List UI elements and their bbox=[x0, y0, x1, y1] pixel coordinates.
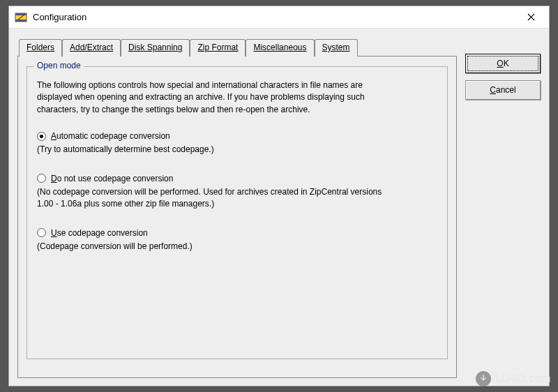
option-do-not-use: Do not use codepage conversion (No codep… bbox=[37, 174, 437, 210]
button-column: OK Cancel bbox=[465, 38, 541, 100]
group-legend: Open mode bbox=[34, 61, 84, 70]
tab-disk-spanning[interactable]: Disk Spanning bbox=[121, 39, 190, 56]
option-desc: (Try to automatically determine best cod… bbox=[37, 144, 400, 156]
radio-label: Do not use codepage conversion bbox=[51, 174, 173, 183]
radio-automatic[interactable]: Automatic codepage conversion bbox=[37, 131, 437, 141]
open-mode-groupbox: Open mode The following options controls… bbox=[27, 66, 448, 359]
cancel-button[interactable]: Cancel bbox=[465, 80, 541, 100]
close-icon bbox=[527, 13, 535, 21]
watermark: LO4D.com bbox=[476, 371, 551, 386]
option-desc: (No codepage conversion will be performe… bbox=[37, 186, 400, 210]
window-title: Configuration bbox=[33, 12, 517, 22]
radio-label: Use codepage conversion bbox=[51, 228, 148, 238]
watermark-icon bbox=[476, 371, 491, 386]
radio-do-not-use[interactable]: Do not use codepage conversion bbox=[37, 174, 437, 183]
radio-icon bbox=[37, 132, 46, 141]
tab-add-extract[interactable]: Add/Extract bbox=[62, 39, 121, 56]
tab-miscellaneous[interactable]: Miscellaneous bbox=[246, 39, 314, 56]
close-button[interactable] bbox=[517, 8, 545, 27]
radio-label: Automatic codepage conversion bbox=[51, 131, 170, 141]
option-use: Use codepage conversion (Codepage conver… bbox=[37, 228, 437, 252]
option-desc: (Codepage conversion will be performed.) bbox=[37, 241, 400, 252]
tabstrip: Folders Add/Extract Disk Spanning Zip Fo… bbox=[19, 38, 457, 56]
app-icon bbox=[15, 11, 27, 24]
tab-container: Folders Add/Extract Disk Spanning Zip Fo… bbox=[17, 38, 457, 378]
tab-panel-zip-format: Open mode The following options controls… bbox=[17, 56, 457, 378]
radio-icon bbox=[37, 174, 46, 183]
option-automatic: Automatic codepage conversion (Try to au… bbox=[37, 131, 437, 156]
configuration-window: Configuration Folders Add/Extract Disk S… bbox=[8, 6, 550, 386]
tab-zip-format[interactable]: Zip Format bbox=[190, 39, 246, 56]
tab-system[interactable]: System bbox=[315, 39, 358, 56]
radio-use[interactable]: Use codepage conversion bbox=[37, 228, 437, 238]
titlebar: Configuration bbox=[9, 6, 549, 29]
client-area: Folders Add/Extract Disk Spanning Zip Fo… bbox=[9, 29, 549, 386]
tab-folders[interactable]: Folders bbox=[19, 39, 62, 56]
watermark-text: LO4D.com bbox=[495, 372, 551, 385]
radio-icon bbox=[37, 228, 46, 237]
ok-button[interactable]: OK bbox=[465, 54, 541, 73]
group-description: The following options controls how speci… bbox=[37, 80, 386, 116]
